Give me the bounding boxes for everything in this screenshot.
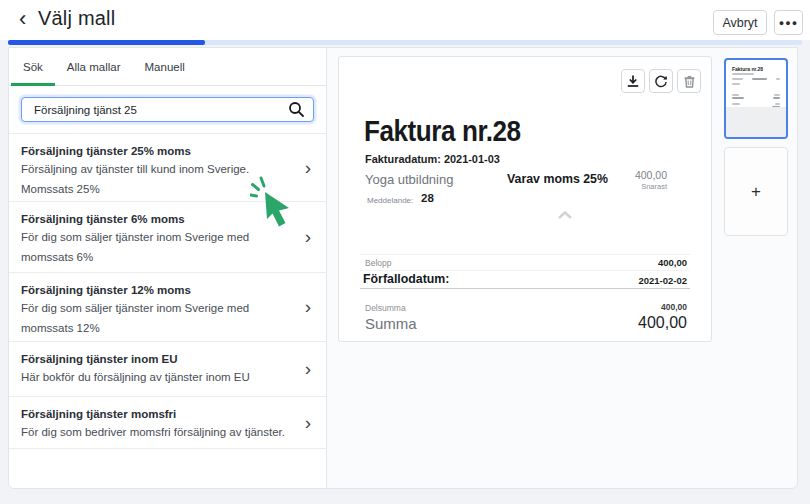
collapse-caret-icon[interactable] [557, 205, 573, 223]
thumbnail-line [732, 73, 754, 75]
thumbnail-title: Faktura nr.28 [732, 66, 763, 72]
invoice-date: Fakturadatum: 2021-01-03 [365, 153, 500, 165]
belopp-value: 400,00 [658, 257, 687, 268]
chevron-right-icon: › [305, 358, 311, 380]
template-title: Försäljning tjänster momsfri [21, 408, 292, 420]
template-item-inom-eu[interactable]: Försäljning tjänster inom EU Här bokför … [9, 341, 326, 396]
search-field-wrap [21, 97, 314, 122]
tab-sok[interactable]: Sök [11, 48, 55, 85]
more-options-button[interactable]: ●●● [774, 10, 803, 35]
delete-button[interactable] [677, 69, 701, 93]
thumbnail-line [732, 78, 743, 80]
download-icon [626, 74, 640, 88]
download-button[interactable] [621, 69, 645, 93]
template-list-panel: Sök Alla mallar Manuell Försäljning tjän… [9, 48, 327, 488]
progress-bar-track [8, 40, 802, 45]
thumbnail-footer-area [726, 107, 786, 137]
thumbnail-line [732, 97, 744, 99]
progress-bar-fill [8, 40, 205, 45]
page-title: Välj mall [38, 7, 115, 30]
invoice-actions [621, 69, 701, 93]
belopp-label: Belopp [365, 258, 391, 268]
trash-icon [683, 75, 696, 88]
invoice-message-label: Meddelande: [367, 196, 413, 205]
thumbnail-line [775, 103, 780, 105]
invoice-line-item: Yoga utbildning [365, 172, 453, 187]
template-item-25-moms[interactable]: Försäljning tjänster 25% moms Försäljnin… [9, 133, 326, 201]
thumbnail-line [774, 94, 780, 96]
thumbnail-line [732, 83, 740, 85]
search-input[interactable] [21, 97, 314, 122]
template-title: Försäljning tjänster inom EU [21, 353, 292, 365]
choose-template-page: ‹ Välj mall Avbryt ●●● Sök Alla mallar M… [0, 0, 810, 504]
thumbnail-line [752, 78, 767, 80]
invoice-preview-card: Faktura nr.28 Fakturadatum: 2021-01-03 Y… [338, 56, 712, 342]
template-title: Försäljning tjänster 6% moms [21, 213, 292, 225]
refresh-button[interactable] [649, 69, 673, 93]
template-title: Försäljning tjänster 12% moms [21, 284, 292, 296]
cancel-button[interactable]: Avbryt [713, 10, 767, 35]
due-date-label: Förfallodatum: [363, 271, 449, 286]
template-description: För dig som bedriver momsfri försäljning… [21, 423, 289, 443]
invoice-title: Faktura nr.28 [364, 115, 521, 148]
invoice-vat-label: Varav moms 25% [507, 171, 608, 186]
template-description: Här bokför du försäljning av tjänster in… [21, 368, 289, 388]
summa-value: 400,00 [638, 314, 687, 332]
summa-label: Summa [365, 315, 417, 332]
invoice-thumbnail-selected[interactable]: Faktura nr.28 [724, 58, 788, 139]
plus-icon: + [751, 182, 761, 202]
divider-strong [360, 288, 690, 289]
template-title: Försäljning tjänster 25% moms [21, 145, 292, 157]
tab-manuell[interactable]: Manuell [133, 48, 197, 85]
delsumma-value: 400,00 [661, 302, 687, 312]
template-item-12-moms[interactable]: Försäljning tjänster 12% moms För dig so… [9, 272, 326, 341]
chevron-right-icon: › [305, 296, 311, 318]
tab-bar: Sök Alla mallar Manuell [9, 48, 326, 86]
header-bar: ‹ Välj mall Avbryt ●●● [0, 0, 810, 40]
search-icon[interactable] [288, 101, 305, 122]
content-card: Sök Alla mallar Manuell Försäljning tjän… [8, 47, 798, 489]
tab-alla-mallar[interactable]: Alla mallar [55, 48, 133, 85]
refresh-icon [654, 74, 668, 88]
back-chevron-icon[interactable]: ‹ [19, 6, 26, 32]
template-item-momsfri[interactable]: Försäljning tjänster momsfri För dig som… [9, 396, 326, 448]
invoice-message-value: 28 [421, 192, 434, 204]
invoice-amount: 400,00 [635, 169, 667, 181]
invoice-due-hint: Snarast [641, 182, 667, 191]
chevron-right-icon: › [305, 412, 311, 434]
thumbnail-line [773, 97, 780, 99]
divider [360, 254, 690, 255]
template-description: För dig som säljer tjänster inom Sverige… [21, 228, 289, 267]
thumbnail-line [732, 94, 739, 96]
template-description: För dig som säljer tjänster inom Sverige… [21, 299, 289, 338]
due-date-value: 2021-02-02 [638, 275, 687, 286]
chevron-right-icon: › [305, 226, 311, 248]
list-filler [9, 448, 326, 488]
add-page-button[interactable]: + [724, 147, 788, 236]
thumbnail-line [732, 103, 740, 105]
template-description: Försäljning av tjänster till kund inom S… [21, 160, 289, 199]
delsumma-label: Delsumma [365, 303, 406, 313]
thumbnail-line [776, 78, 780, 80]
template-item-6-moms[interactable]: Försäljning tjänster 6% moms För dig som… [9, 201, 326, 272]
chevron-right-icon: › [305, 157, 311, 179]
template-list: Försäljning tjänster 25% moms Försäljnin… [9, 133, 326, 488]
